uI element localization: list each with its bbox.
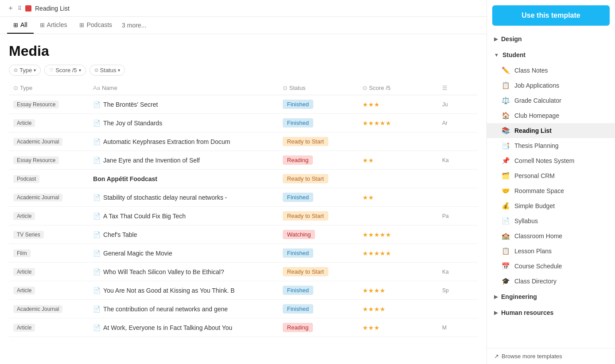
sidebar-item-thesis-planning[interactable]: 📑Thesis Planning <box>487 138 615 153</box>
item-name: Jane Eyre and the Invention of Self <box>103 157 200 164</box>
cell-name[interactable]: 📄Chef's Table <box>89 225 278 244</box>
sidebar-item-label-job-applications: Job Applications <box>514 82 608 89</box>
use-template-button[interactable]: Use this template <box>492 5 610 26</box>
sidebar-item-personal-crm[interactable]: 🗂️Personal CRM <box>487 168 615 183</box>
chevron-right-icon-hr: ▶ <box>494 310 498 316</box>
sidebar-item-simple-budget[interactable]: 💰Simple Budget <box>487 198 615 213</box>
table-row[interactable]: Article📄A Tax That Could Fix Big TechRea… <box>9 207 478 225</box>
col-header-status: ⊙Status <box>278 81 358 95</box>
add-icon[interactable]: ＋ <box>7 4 14 13</box>
filter-icon-status: ⊙ <box>94 67 98 73</box>
sidebar-item-reading-list[interactable]: 📚Reading List <box>487 123 615 138</box>
cell-name[interactable]: Bon Appétit Foodcast <box>89 170 278 188</box>
table-row[interactable]: Academic Journal📄Stability of stochastic… <box>9 188 478 207</box>
cell-name[interactable]: 📄At Work, Everyone Is in Fact Talking Ab… <box>89 318 278 337</box>
type-badge: Academic Journal <box>13 138 62 146</box>
cell-name[interactable]: 📄General Magic the Movie <box>89 244 278 263</box>
col-header-name: AaName <box>89 81 278 95</box>
media-table: ⊙Type AaName ⊙Status ⊙Score /5 ☰ <box>9 81 478 337</box>
status-filter[interactable]: ⊙ Status ▾ <box>90 65 125 76</box>
cell-name[interactable]: 📄You Are Not as Good at Kissing as You T… <box>89 281 278 300</box>
cell-type: Academic Journal <box>9 132 89 151</box>
sidebar-item-syllabus[interactable]: 📄Syllabus <box>487 213 615 228</box>
document-icon: 📄 <box>93 138 101 145</box>
sidebar-item-course-schedule[interactable]: 📅Course Schedule <box>487 259 615 274</box>
sidebar-item-classroom-home[interactable]: 🏫Classroom Home <box>487 228 615 244</box>
table-row[interactable]: Essay Resource📄Jane Eyre and the Inventi… <box>9 151 478 170</box>
table-row[interactable]: Article📄At Work, Everyone Is in Fact Tal… <box>9 318 478 337</box>
cell-name[interactable]: 📄The Joy of Standards <box>89 114 278 132</box>
cell-status: Reading <box>278 151 358 170</box>
sidebar-section-header-student[interactable]: ▼ Student <box>487 47 615 63</box>
sidebar-item-label-classroom-home: Classroom Home <box>514 232 608 240</box>
sidebar-item-roommate-space[interactable]: 🤝Roommate Space <box>487 183 615 198</box>
cell-name[interactable]: 📄The Brontës' Secret <box>89 95 278 114</box>
cell-extra <box>438 132 478 151</box>
table-row[interactable]: Article📄Who Will Teach Silicon Valley to… <box>9 263 478 281</box>
sidebar-item-lesson-plans[interactable]: 📋Lesson Plans <box>487 244 615 259</box>
type-filter[interactable]: ⊙ Type ▾ <box>9 65 41 76</box>
table-row[interactable]: TV Series📄Chef's TableWatching★★★★★ <box>9 225 478 244</box>
cell-name[interactable]: 📄Jane Eyre and the Invention of Self <box>89 151 278 170</box>
item-name: Bon Appétit Foodcast <box>93 175 157 182</box>
cell-extra: Ju <box>438 95 478 114</box>
item-name: A Tax That Could Fix Big Tech <box>103 213 186 220</box>
table-row[interactable]: Academic Journal📄Automatic Keyphrases Ex… <box>9 132 478 151</box>
item-emoji-simple-budget: 💰 <box>501 202 510 210</box>
cell-score: ★★★ <box>358 318 438 337</box>
browse-templates-link[interactable]: ↗ Browse more templates <box>487 348 615 364</box>
cell-status: Watching <box>278 225 358 244</box>
sidebar-item-club-homepage[interactable]: 🏠Club Homepage <box>487 108 615 123</box>
document-icon: 📄 <box>93 194 101 201</box>
table-row[interactable]: Film📄General Magic the MovieFinished★★★★… <box>9 244 478 263</box>
sidebar-section-header-engineering[interactable]: ▶ Engineering <box>487 289 615 305</box>
cell-name[interactable]: 📄Who Will Teach Silicon Valley to Be Eth… <box>89 263 278 281</box>
cell-status: Finished <box>278 281 358 300</box>
status-badge: Finished <box>283 193 313 202</box>
sidebar-item-label-thesis-planning: Thesis Planning <box>514 142 608 149</box>
item-name: The Brontës' Secret <box>103 101 158 108</box>
cell-name[interactable]: 📄The contribution of neural networks and… <box>89 300 278 318</box>
chevron-right-icon: ▶ <box>494 36 498 42</box>
status-badge: Ready to Start <box>283 267 328 276</box>
sidebar-item-job-applications[interactable]: 📋Job Applications <box>487 78 615 93</box>
page-title: Reading List <box>35 5 70 12</box>
sidebar-section-header-hr[interactable]: ▶ Human resources <box>487 305 615 321</box>
table-row[interactable]: Academic Journal📄The contribution of neu… <box>9 300 478 318</box>
sidebar-item-label-lesson-plans: Lesson Plans <box>514 248 608 255</box>
page-icon <box>25 5 31 12</box>
tab-all[interactable]: ⊞ All <box>7 17 34 34</box>
table-row[interactable]: Article📄You Are Not as Good at Kissing a… <box>9 281 478 300</box>
item-emoji-classroom-home: 🏫 <box>501 232 510 240</box>
sidebar-item-class-notes[interactable]: ✏️Class Notes <box>487 63 615 78</box>
document-icon: 📄 <box>93 250 101 257</box>
tab-podcasts[interactable]: ⊞ Podcasts <box>73 17 118 34</box>
sidebar-section-engineering: ▶ Engineering <box>487 289 615 305</box>
table-row[interactable]: Essay Resource📄The Brontës' SecretFinish… <box>9 95 478 114</box>
table-row[interactable]: Article📄The Joy of StandardsFinished★★★★… <box>9 114 478 132</box>
sidebar-item-grade-calculator[interactable]: ⚖️Grade Calculator <box>487 93 615 108</box>
cell-status: Reading <box>278 318 358 337</box>
type-badge: Essay Resource <box>13 101 59 108</box>
sidebar-item-class-directory[interactable]: 🎓Class Directory <box>487 274 615 289</box>
sidebar-section-design: ▶ Design <box>487 31 615 47</box>
sidebar-item-label-club-homepage: Club Homepage <box>514 112 608 119</box>
filter-icon-score: ♡ <box>49 67 54 73</box>
star-rating: ★★★★ <box>362 287 385 294</box>
cell-name[interactable]: 📄Stability of stochastic delay neural ne… <box>89 188 278 207</box>
score-filter[interactable]: ♡ Score /5 ▾ <box>44 65 86 76</box>
sidebar-section-header-design[interactable]: ▶ Design <box>487 31 615 47</box>
item-emoji-class-notes: ✏️ <box>501 66 510 74</box>
cell-name[interactable]: 📄A Tax That Could Fix Big Tech <box>89 207 278 225</box>
type-badge: Academic Journal <box>13 305 62 313</box>
tab-articles[interactable]: ⊞ Articles <box>34 17 74 34</box>
more-tabs[interactable]: 3 more... <box>118 17 150 33</box>
table-container: ⊙Type AaName ⊙Status ⊙Score /5 ☰ <box>0 81 487 364</box>
sidebar-item-cornell-notes[interactable]: 📌Cornell Notes System <box>487 153 615 168</box>
star-rating: ★★★ <box>362 101 380 108</box>
sidebar-item-label-class-notes: Class Notes <box>514 67 608 74</box>
status-badge: Reading <box>283 323 313 332</box>
cell-name[interactable]: 📄Automatic Keyphrases Extraction from Do… <box>89 132 278 151</box>
table-row[interactable]: PodcastBon Appétit FoodcastReady to Star… <box>9 170 478 188</box>
page-heading: Media <box>0 34 487 65</box>
